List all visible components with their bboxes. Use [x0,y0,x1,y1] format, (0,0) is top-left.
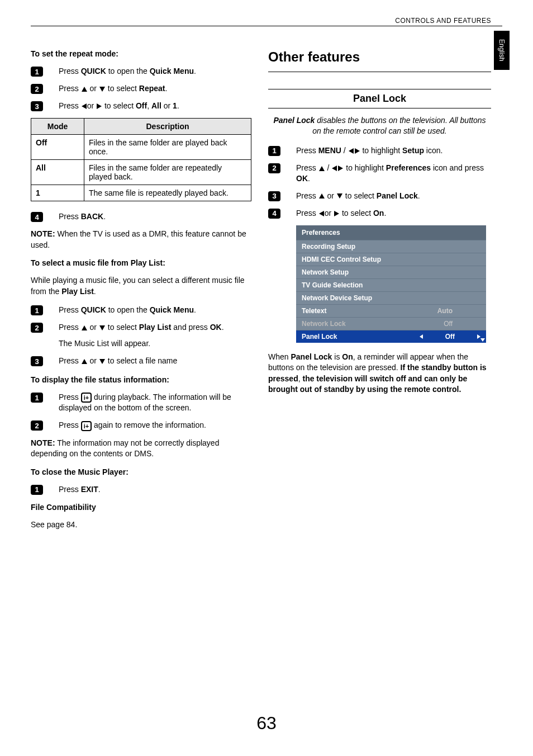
left-icon [319,211,324,216]
menu-row: Network Device Setup [296,291,486,304]
right-column: Other features Panel Lock Panel Lock dis… [268,49,491,538]
close-step-1: 1 Press EXIT. [31,484,251,495]
down-icon [99,325,105,330]
step-badge-2: 2 [31,323,43,333]
cell-desc: Files in the same folder are repeatedly … [84,160,251,185]
cell-mode: All [36,163,46,172]
language-tab: English [494,31,510,70]
menu-row: Network Setup [296,266,486,278]
step-badge-4: 4 [268,209,280,219]
table-header-mode: Mode [31,119,84,135]
table-header-description: Description [84,119,251,135]
panel-step-3: 3 Press or to select Panel Lock. [268,191,491,201]
step-badge-1: 1 [31,393,43,403]
panel-lock-outro: When Panel Lock is On, a reminder will a… [268,352,491,395]
playlist-step-3: 3 Press or to select a file name [31,356,251,366]
language-tab-text: English [498,39,506,61]
panel-lock-title: Panel Lock [268,89,491,108]
status-step-1: 1 Press i+ during playback. The informat… [31,392,251,413]
repeat-step-4: 4 Press BACK. [31,211,251,222]
info-icon: i+ [81,421,92,431]
step-text: Press i+ during playback. The informatio… [59,392,251,413]
repeat-mode-heading: To set the repeat mode: [31,49,251,58]
preferences-menu-screenshot: Preferences Recording Setup HDMI CEC Con… [296,225,486,343]
left-column: To set the repeat mode: 1 Press QUICK to… [31,49,251,538]
up-icon [319,166,325,171]
repeat-mode-table: Mode Description Off Files in the same f… [31,118,251,201]
step-badge-3: 3 [31,356,43,366]
menu-header: Preferences [296,225,486,240]
step-text: Press or to select On. [296,208,491,219]
title-rule [268,72,491,72]
menu-row-disabled: Network LockOff [296,317,486,330]
repeat-step-1: 1 Press QUICK to open the Quick Menu. [31,66,251,77]
panel-lock-intro: Panel Lock disables the buttons on the t… [268,115,491,136]
compat-heading: File Compatibility [31,503,251,512]
page-body: To set the repeat mode: 1 Press QUICK to… [31,49,491,538]
cell-mode: Off [36,138,47,147]
playlist-step-2: 2 Press or to select Play List and press… [31,322,251,349]
down-icon [480,338,485,342]
other-features-title: Other features [268,49,491,65]
step-badge-1: 1 [31,67,43,77]
step-text: Press or to select a file name [59,356,251,366]
menu-row: TV Guide Selection [296,278,486,291]
step-text: Press QUICK to open the Quick Menu. [59,305,251,315]
menu-row: HDMI CEC Control Setup [296,253,486,266]
playlist-intro: While playing a music file, you can sele… [31,275,251,297]
right-icon [355,148,360,154]
playlist-step-1: 1 Press QUICK to open the Quick Menu. [31,305,251,315]
down-icon [99,359,105,364]
header-section-label: CONTROLS AND FEATURES [395,17,491,25]
step-text: Press or to select Off, All or 1. [59,101,251,111]
step-badge-1: 1 [268,146,280,156]
table-row: Off Files in the same folder are played … [31,135,251,160]
playlist-heading: To select a music file from Play List: [31,258,251,267]
page-number: 63 [0,713,533,734]
panel-step-4: 4 Press or to select On. [268,208,491,219]
right-icon [338,166,343,171]
step-badge-1: 1 [31,305,43,315]
left-icon [332,166,337,171]
cell-mode: 1 [36,188,40,197]
left-icon [420,334,423,339]
step-text: Press EXIT. [59,484,251,495]
step-badge-3: 3 [31,101,43,111]
menu-row: TeletextAuto [296,304,486,317]
note-status: NOTE: The information may not be correct… [31,438,251,460]
close-heading: To close the Music Player: [31,467,251,476]
compat-text: See page 84. [31,519,251,531]
cell-desc: Files in the same folder are played back… [84,135,251,160]
header-rule [31,26,502,26]
step-text: Press QUICK to open the Quick Menu. [59,66,251,77]
left-icon [82,103,87,109]
panel-step-2: 2 Press / to highlight Preferences icon … [268,163,491,184]
step-text: Press / to highlight Preferences icon an… [296,163,491,184]
repeat-step-3: 3 Press or to select Off, All or 1. [31,101,251,111]
step-badge-2: 2 [268,163,280,173]
status-heading: To display the file status information: [31,375,251,384]
step-badge-4: 4 [31,212,43,222]
step-text: Press i+ again to remove the information… [59,420,251,431]
step-text: Press or to select Panel Lock. [296,191,491,201]
right-icon [97,103,102,109]
step-badge-2: 2 [31,84,43,94]
down-icon [99,87,105,92]
menu-row-selected: Panel Lock Off [296,330,486,343]
playlist-step-2-sub: The Music List will appear. [59,339,150,348]
status-step-2: 2 Press i+ again to remove the informati… [31,420,251,431]
up-icon [82,325,87,330]
panel-step-1: 1 Press MENU / to highlight Setup icon. [268,145,491,156]
step-badge-3: 3 [268,191,280,201]
step-badge-2: 2 [31,420,43,431]
step-text: Press BACK. [59,211,251,222]
step-text: Press or to select Repeat. [59,83,251,94]
info-icon: i+ [81,393,92,403]
up-icon [82,359,87,364]
up-icon [319,193,325,199]
table-row: 1 The same file is repeatedly played bac… [31,185,251,201]
left-icon [349,148,354,154]
repeat-step-2: 2 Press or to select Repeat. [31,83,251,94]
table-row: All Files in the same folder are repeate… [31,160,251,185]
note-dmr: NOTE: When the TV is used as a DMR, this… [31,229,251,251]
